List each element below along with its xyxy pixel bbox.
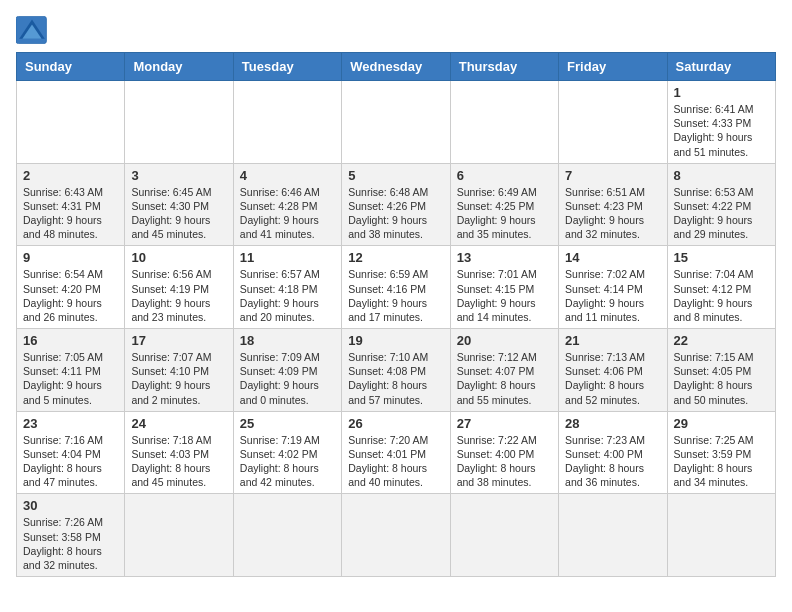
calendar-day-cell: 11Sunrise: 6:57 AM Sunset: 4:18 PM Dayli… (233, 246, 341, 329)
calendar-day-cell: 8Sunrise: 6:53 AM Sunset: 4:22 PM Daylig… (667, 163, 775, 246)
day-info: Sunrise: 6:56 AM Sunset: 4:19 PM Dayligh… (131, 267, 226, 324)
calendar-day-cell: 30Sunrise: 7:26 AM Sunset: 3:58 PM Dayli… (17, 494, 125, 577)
day-number: 3 (131, 168, 226, 183)
day-number: 19 (348, 333, 443, 348)
day-number: 5 (348, 168, 443, 183)
calendar-day-cell (450, 81, 558, 164)
logo (16, 16, 52, 44)
calendar-day-cell: 16Sunrise: 7:05 AM Sunset: 4:11 PM Dayli… (17, 329, 125, 412)
calendar-day-cell: 6Sunrise: 6:49 AM Sunset: 4:25 PM Daylig… (450, 163, 558, 246)
day-number: 30 (23, 498, 118, 513)
logo-icon (16, 16, 48, 44)
day-number: 1 (674, 85, 769, 100)
calendar-day-cell (450, 494, 558, 577)
day-number: 14 (565, 250, 660, 265)
day-of-week-header: Saturday (667, 53, 775, 81)
day-number: 17 (131, 333, 226, 348)
calendar-day-cell (233, 81, 341, 164)
calendar-day-cell: 9Sunrise: 6:54 AM Sunset: 4:20 PM Daylig… (17, 246, 125, 329)
calendar-week-row: 30Sunrise: 7:26 AM Sunset: 3:58 PM Dayli… (17, 494, 776, 577)
calendar-day-cell: 22Sunrise: 7:15 AM Sunset: 4:05 PM Dayli… (667, 329, 775, 412)
calendar-day-cell (667, 494, 775, 577)
calendar-day-cell: 24Sunrise: 7:18 AM Sunset: 4:03 PM Dayli… (125, 411, 233, 494)
day-info: Sunrise: 7:13 AM Sunset: 4:06 PM Dayligh… (565, 350, 660, 407)
day-number: 27 (457, 416, 552, 431)
calendar-day-cell: 15Sunrise: 7:04 AM Sunset: 4:12 PM Dayli… (667, 246, 775, 329)
day-info: Sunrise: 6:53 AM Sunset: 4:22 PM Dayligh… (674, 185, 769, 242)
day-info: Sunrise: 7:22 AM Sunset: 4:00 PM Dayligh… (457, 433, 552, 490)
calendar-day-cell: 17Sunrise: 7:07 AM Sunset: 4:10 PM Dayli… (125, 329, 233, 412)
day-number: 11 (240, 250, 335, 265)
day-info: Sunrise: 7:16 AM Sunset: 4:04 PM Dayligh… (23, 433, 118, 490)
calendar-week-row: 2Sunrise: 6:43 AM Sunset: 4:31 PM Daylig… (17, 163, 776, 246)
day-number: 24 (131, 416, 226, 431)
day-of-week-header: Tuesday (233, 53, 341, 81)
calendar-day-cell: 1Sunrise: 6:41 AM Sunset: 4:33 PM Daylig… (667, 81, 775, 164)
calendar-week-row: 16Sunrise: 7:05 AM Sunset: 4:11 PM Dayli… (17, 329, 776, 412)
calendar-day-cell: 23Sunrise: 7:16 AM Sunset: 4:04 PM Dayli… (17, 411, 125, 494)
calendar-day-cell: 26Sunrise: 7:20 AM Sunset: 4:01 PM Dayli… (342, 411, 450, 494)
calendar-day-cell: 21Sunrise: 7:13 AM Sunset: 4:06 PM Dayli… (559, 329, 667, 412)
day-info: Sunrise: 6:41 AM Sunset: 4:33 PM Dayligh… (674, 102, 769, 159)
day-info: Sunrise: 7:26 AM Sunset: 3:58 PM Dayligh… (23, 515, 118, 572)
day-number: 20 (457, 333, 552, 348)
day-info: Sunrise: 7:18 AM Sunset: 4:03 PM Dayligh… (131, 433, 226, 490)
day-number: 21 (565, 333, 660, 348)
day-number: 2 (23, 168, 118, 183)
day-number: 16 (23, 333, 118, 348)
day-number: 23 (23, 416, 118, 431)
calendar-day-cell: 29Sunrise: 7:25 AM Sunset: 3:59 PM Dayli… (667, 411, 775, 494)
day-info: Sunrise: 7:23 AM Sunset: 4:00 PM Dayligh… (565, 433, 660, 490)
day-number: 25 (240, 416, 335, 431)
day-info: Sunrise: 7:01 AM Sunset: 4:15 PM Dayligh… (457, 267, 552, 324)
calendar-day-cell: 10Sunrise: 6:56 AM Sunset: 4:19 PM Dayli… (125, 246, 233, 329)
calendar-day-cell: 27Sunrise: 7:22 AM Sunset: 4:00 PM Dayli… (450, 411, 558, 494)
calendar-day-cell (559, 81, 667, 164)
calendar-day-cell (559, 494, 667, 577)
day-number: 4 (240, 168, 335, 183)
calendar-day-cell: 2Sunrise: 6:43 AM Sunset: 4:31 PM Daylig… (17, 163, 125, 246)
calendar-day-cell: 7Sunrise: 6:51 AM Sunset: 4:23 PM Daylig… (559, 163, 667, 246)
page-header (16, 16, 776, 44)
day-number: 10 (131, 250, 226, 265)
calendar-table: SundayMondayTuesdayWednesdayThursdayFrid… (16, 52, 776, 577)
day-info: Sunrise: 6:48 AM Sunset: 4:26 PM Dayligh… (348, 185, 443, 242)
day-info: Sunrise: 6:43 AM Sunset: 4:31 PM Dayligh… (23, 185, 118, 242)
day-info: Sunrise: 7:19 AM Sunset: 4:02 PM Dayligh… (240, 433, 335, 490)
day-of-week-header: Sunday (17, 53, 125, 81)
calendar-day-cell: 3Sunrise: 6:45 AM Sunset: 4:30 PM Daylig… (125, 163, 233, 246)
day-number: 9 (23, 250, 118, 265)
calendar-day-cell: 25Sunrise: 7:19 AM Sunset: 4:02 PM Dayli… (233, 411, 341, 494)
day-info: Sunrise: 6:57 AM Sunset: 4:18 PM Dayligh… (240, 267, 335, 324)
calendar-day-cell: 14Sunrise: 7:02 AM Sunset: 4:14 PM Dayli… (559, 246, 667, 329)
calendar-day-cell (125, 81, 233, 164)
calendar-week-row: 23Sunrise: 7:16 AM Sunset: 4:04 PM Dayli… (17, 411, 776, 494)
day-number: 26 (348, 416, 443, 431)
day-info: Sunrise: 6:46 AM Sunset: 4:28 PM Dayligh… (240, 185, 335, 242)
day-info: Sunrise: 6:51 AM Sunset: 4:23 PM Dayligh… (565, 185, 660, 242)
calendar-day-cell: 5Sunrise: 6:48 AM Sunset: 4:26 PM Daylig… (342, 163, 450, 246)
day-number: 18 (240, 333, 335, 348)
calendar-day-cell: 28Sunrise: 7:23 AM Sunset: 4:00 PM Dayli… (559, 411, 667, 494)
day-info: Sunrise: 6:54 AM Sunset: 4:20 PM Dayligh… (23, 267, 118, 324)
calendar-day-cell: 13Sunrise: 7:01 AM Sunset: 4:15 PM Dayli… (450, 246, 558, 329)
calendar-day-cell: 19Sunrise: 7:10 AM Sunset: 4:08 PM Dayli… (342, 329, 450, 412)
day-info: Sunrise: 6:45 AM Sunset: 4:30 PM Dayligh… (131, 185, 226, 242)
calendar-day-cell (125, 494, 233, 577)
day-info: Sunrise: 6:59 AM Sunset: 4:16 PM Dayligh… (348, 267, 443, 324)
day-info: Sunrise: 7:07 AM Sunset: 4:10 PM Dayligh… (131, 350, 226, 407)
day-info: Sunrise: 7:15 AM Sunset: 4:05 PM Dayligh… (674, 350, 769, 407)
day-of-week-header: Wednesday (342, 53, 450, 81)
calendar-day-cell: 12Sunrise: 6:59 AM Sunset: 4:16 PM Dayli… (342, 246, 450, 329)
day-of-week-header: Monday (125, 53, 233, 81)
calendar-day-cell: 20Sunrise: 7:12 AM Sunset: 4:07 PM Dayli… (450, 329, 558, 412)
calendar-day-cell: 4Sunrise: 6:46 AM Sunset: 4:28 PM Daylig… (233, 163, 341, 246)
calendar-day-cell (233, 494, 341, 577)
day-number: 7 (565, 168, 660, 183)
calendar-week-row: 9Sunrise: 6:54 AM Sunset: 4:20 PM Daylig… (17, 246, 776, 329)
day-info: Sunrise: 6:49 AM Sunset: 4:25 PM Dayligh… (457, 185, 552, 242)
day-number: 29 (674, 416, 769, 431)
calendar-header-row: SundayMondayTuesdayWednesdayThursdayFrid… (17, 53, 776, 81)
day-of-week-header: Thursday (450, 53, 558, 81)
day-info: Sunrise: 7:05 AM Sunset: 4:11 PM Dayligh… (23, 350, 118, 407)
